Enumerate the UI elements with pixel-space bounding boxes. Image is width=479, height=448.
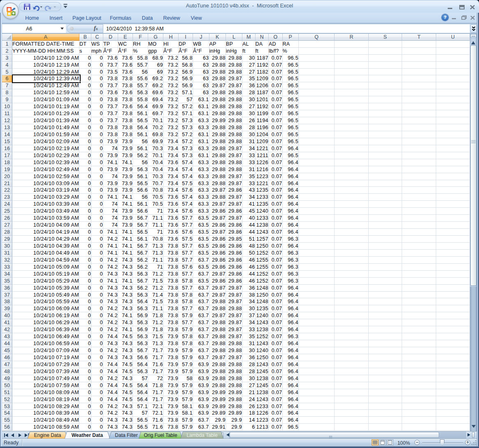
svg-text:Lambda Table: Lambda Table	[186, 432, 217, 438]
svg-text:Engine Data: Engine Data	[34, 432, 61, 438]
svg-text:Orig Fuel Table: Orig Fuel Table	[144, 432, 177, 438]
svg-text:Data Filter: Data Filter	[115, 432, 137, 438]
svg-text:Weather Data: Weather Data	[72, 432, 103, 438]
